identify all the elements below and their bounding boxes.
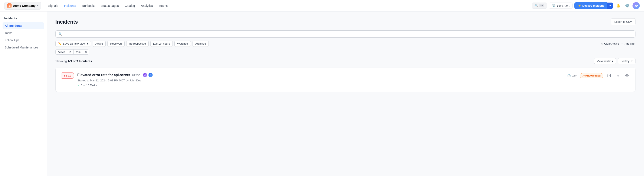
sidebar-title: Incidents [2,16,44,20]
add-filter-button[interactable]: ＋ Add filter [621,42,636,46]
nav-status-pages[interactable]: Status pages [99,3,122,9]
active-filter-tag: active is true ✕ [55,49,89,55]
company-chevron-icon: ▾ [37,4,38,7]
nav-catalog[interactable]: Catalog [122,3,138,9]
sidebar: Incidents All Incidents Tasks Follow Ups… [0,11,47,176]
showing-row: Showing 1-3 of 3 Incidents View fields: … [55,58,636,64]
sort-by-button[interactable]: Sort by: ▾ [618,58,636,64]
incident-card[interactable]: SEV1 Elevated error rate for api-server … [55,68,636,92]
filter-active-button[interactable]: Active [93,41,106,47]
avatar-initials: JD [634,4,638,7]
view-sort-controls: View fields: ▾ Sort by: ▾ [594,58,636,64]
incident-actions: 🕐 32m Acknowledged [567,72,630,79]
sidebar-item-tasks[interactable]: Tasks [2,29,44,36]
export-csv-button[interactable]: Export to CSV [611,18,636,25]
slack-action-icon[interactable] [606,72,612,79]
incident-id: #1351 [132,73,141,77]
svg-point-2 [626,75,628,76]
nav-links: Signals Incidents Runbooks Status pages … [46,3,531,9]
main-header: Incidents Export to CSV [55,18,636,25]
declare-incident-caret[interactable]: ▾ [607,2,613,9]
sidebar-item-scheduled-maintenances[interactable]: Scheduled Maintenances [2,44,44,51]
declare-incident-group: ⚡ Declare incident ▾ [574,2,613,9]
active-filter-tags-row: active is true ✕ [55,49,636,55]
user-avatar[interactable]: JD [632,2,640,9]
acknowledged-status-badge: Acknowledged [580,73,603,78]
pencil-icon: ✏️ [58,42,62,45]
sidebar-item-all-incidents[interactable]: All Incidents [2,22,44,29]
settings-button[interactable]: ⚙️ [624,2,631,9]
showing-count: Showing 1-3 of 3 Incidents [55,59,92,63]
check-icon: ✓ [77,84,80,87]
app-layout: Incidents All Incidents Tasks Follow Ups… [0,11,644,176]
incident-meta: Started at Mar 12, 2024, 5:03 PM MDT by … [77,79,564,82]
nav-right-actions: 🔍 ⌘K 📡 Send Alert ⚡ Declare incident ▾ 🔔… [532,2,640,9]
filter-bar: ✏️ Save as new View ▾ Active Resolved Re… [55,41,636,47]
filter-retrospective-button[interactable]: Retrospective [126,41,149,47]
nav-runbooks[interactable]: Runbooks [80,3,98,9]
nav-teams[interactable]: Teams [156,3,170,9]
clock-icon: 🕐 [567,74,571,77]
page-title: Incidents [55,19,78,25]
incident-inner: SEV1 Elevated error rate for api-server … [61,72,630,87]
brand-logo-icon: S [7,3,12,8]
severity-badge: SEV1 [61,72,74,79]
radio-action-icon[interactable] [615,72,621,79]
filter-last24h-button[interactable]: Last 24 hours [150,41,173,47]
filter-resolved-button[interactable]: Resolved [107,41,124,47]
notifications-button[interactable]: 🔔 [614,2,622,9]
search-icon: 🔍 [58,32,62,36]
filter-right-actions: ✕ Clear Active ＋ Add filter [601,42,636,46]
save-view-chevron-icon: ▾ [87,42,88,45]
global-search-button[interactable]: 🔍 ⌘K [532,2,547,9]
filter-tag-operator: is [67,49,74,54]
nav-incidents[interactable]: Incidents [62,3,78,9]
filter-tag-value: true [74,49,83,54]
incident-avatar-1: J [142,72,148,78]
clear-active-button[interactable]: ✕ Clear Active [601,42,619,45]
incident-search-bar[interactable]: 🔍 [55,30,636,38]
main-content: Incidents Export to CSV 🔍 ✏️ Save as new… [47,11,644,176]
radio-icon: 📡 [552,4,556,7]
incident-avatar-2: P [148,72,153,78]
send-alert-button[interactable]: 📡 Send Alert [549,2,573,9]
plus-icon: ＋ [621,42,624,46]
x-icon: ✕ [601,42,603,45]
incident-time: 🕐 32m [567,74,577,77]
company-name: Acme Company [13,4,36,7]
view-fields-button[interactable]: View fields: ▾ [594,58,616,64]
incident-tasks: ✓ 0 of 10 Tasks [77,84,564,87]
svg-point-1 [618,76,618,77]
filter-archived-button[interactable]: Archived [192,41,209,47]
view-fields-chevron-icon: ▾ [612,59,613,63]
sidebar-item-follow-ups[interactable]: Follow Ups [2,37,44,44]
search-input[interactable] [64,32,632,36]
incident-avatar-group: J P [142,72,153,78]
incident-content: Elevated error rate for api-server #1351… [77,72,564,87]
watch-action-icon[interactable] [624,72,630,79]
nav-signals[interactable]: Signals [46,3,61,9]
incident-title-row: Elevated error rate for api-server #1351… [77,72,564,78]
top-navigation: S Acme Company ▾ Signals Incidents Runbo… [0,0,644,11]
search-kbd: ⌘K [539,4,544,7]
filter-tag-remove-button[interactable]: ✕ [83,49,89,54]
filter-watched-button[interactable]: Watched [174,41,191,47]
search-icon: 🔍 [534,4,538,7]
nav-analytics[interactable]: Analytics [138,3,156,9]
declare-incident-button[interactable]: ⚡ Declare incident [574,2,607,9]
filter-tag-field: active [56,49,67,54]
save-new-view-button[interactable]: ✏️ Save as new View ▾ [55,41,91,47]
incident-title: Elevated error rate for api-server [77,73,130,77]
lightning-icon: ⚡ [578,4,581,7]
sort-by-chevron-icon: ▾ [631,59,633,63]
company-selector[interactable]: S Acme Company ▾ [4,2,41,9]
